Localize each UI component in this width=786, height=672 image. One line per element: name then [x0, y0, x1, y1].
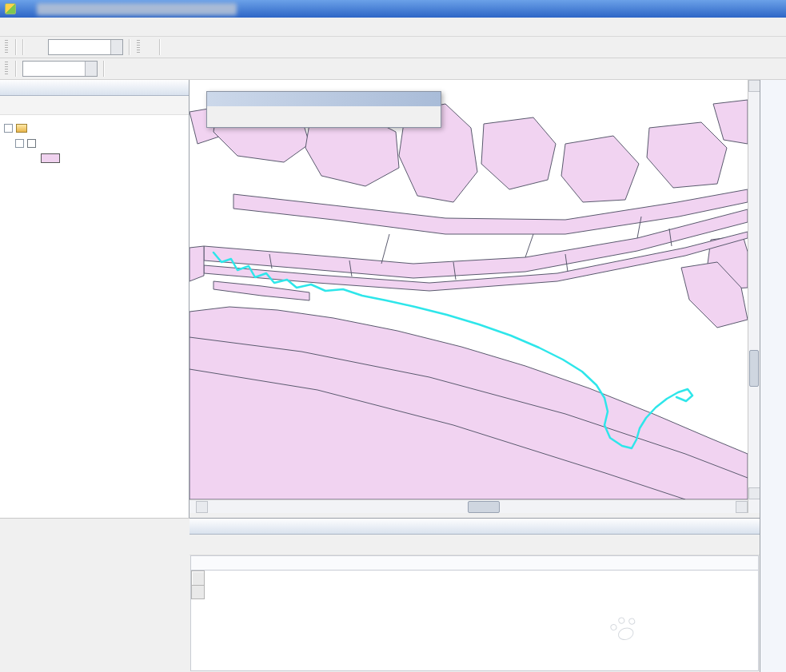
toolbar-grip[interactable]: [5, 62, 8, 76]
table-toolbar: [190, 535, 760, 555]
catalog-panel: [760, 80, 786, 672]
toc-tree: [0, 115, 189, 518]
toc-toolbar: [0, 96, 189, 115]
topology-toolbar-titlebar[interactable]: [207, 92, 441, 106]
parcel-polygons: [190, 100, 748, 499]
toolbar-separator: [159, 39, 160, 55]
toolbar-separator: [129, 39, 130, 55]
horizontal-scroll-thumb[interactable]: [468, 501, 500, 513]
attribute-grid: [190, 571, 759, 671]
map-horizontal-scrollbar[interactable]: [190, 499, 748, 513]
expander-icon[interactable]: [4, 124, 13, 133]
toolbar-grip[interactable]: [5, 40, 8, 54]
toolbar-separator: [103, 61, 104, 77]
attribute-table: [191, 571, 739, 599]
paw-icon: [608, 614, 641, 646]
pin-panel-button[interactable]: [161, 82, 173, 93]
editor-menu-button[interactable]: [144, 38, 155, 56]
scroll-left-button[interactable]: [196, 501, 208, 513]
table-of-contents-panel: [0, 80, 190, 518]
vertical-scroll-thumb[interactable]: [749, 350, 759, 387]
toc-header: [0, 80, 189, 96]
topology-toolbar[interactable]: [206, 91, 441, 128]
layers-group-icon: [16, 124, 27, 133]
arcmap-window: [0, 0, 786, 672]
toolbar-grip[interactable]: [137, 40, 140, 54]
dropdown-caret-icon[interactable]: [110, 40, 122, 54]
pin-panel-button[interactable]: [732, 520, 744, 532]
map-view[interactable]: [190, 80, 748, 499]
toolbar-options-caret-icon[interactable]: [413, 93, 425, 105]
scale-combobox[interactable]: [48, 39, 123, 55]
standard-toolbar: [0, 37, 786, 58]
scroll-down-button[interactable]: [748, 487, 760, 499]
redacted-document-path: [37, 3, 237, 15]
map-vertical-scrollbar[interactable]: [748, 80, 760, 513]
title-bar: [0, 0, 786, 18]
horizontal-scroll-track[interactable]: [208, 501, 736, 513]
dock-area-empty: [0, 518, 190, 672]
expander-icon[interactable]: [15, 139, 24, 148]
toolbar-separator: [15, 61, 16, 77]
topology-toolbar-buttons: [207, 106, 441, 127]
close-table-tab-button[interactable]: [742, 557, 754, 569]
tools-toolbar: [0, 58, 786, 80]
record-selector-header: [192, 571, 205, 586]
zoom-percent-combobox[interactable]: [22, 61, 98, 77]
current-record-marker[interactable]: [192, 586, 205, 599]
attribute-table-panel: [190, 518, 760, 672]
scroll-right-button[interactable]: [736, 501, 748, 513]
dropdown-caret-icon[interactable]: [85, 62, 97, 76]
table-source-bar: [190, 555, 759, 571]
close-toolbar-button[interactable]: [425, 93, 437, 105]
toolbar-separator: [15, 39, 16, 55]
map-canvas[interactable]: [190, 80, 748, 499]
scroll-up-button[interactable]: [748, 80, 760, 92]
add-data-button[interactable]: [27, 38, 45, 56]
layer-row[interactable]: [15, 136, 185, 151]
toolbar-separator: [22, 39, 23, 55]
watermark: [611, 617, 644, 642]
close-panel-button[interactable]: [173, 82, 185, 93]
close-panel-button[interactable]: [744, 520, 756, 532]
layer-symbol-swatch[interactable]: [41, 153, 60, 163]
arcmap-app-icon: [5, 3, 16, 14]
layer-visibility-checkbox[interactable]: [27, 139, 36, 148]
menu-bar: [0, 18, 786, 37]
table-panel-header: [190, 519, 760, 535]
layers-group-row[interactable]: [4, 121, 185, 136]
